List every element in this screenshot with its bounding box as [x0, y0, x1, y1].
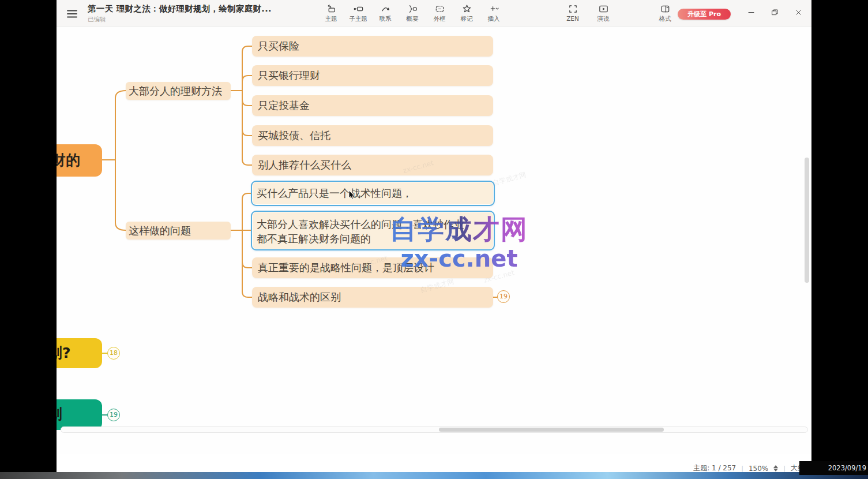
root-topic-node[interactable]: 财的	[57, 144, 102, 177]
relationship-button[interactable]: 联系	[373, 3, 397, 23]
mindmap-canvas[interactable]: 财的 大部分人的理财方法 只买保险 只买银行理财 只定投基金 买城投债、信托 别…	[57, 27, 811, 454]
child-node[interactable]: 买城投债、信托	[252, 125, 493, 146]
insert-button[interactable]: 插入	[482, 3, 506, 23]
child-node[interactable]: 真正重要的是战略性问题，是顶层设计	[252, 257, 493, 278]
play-icon	[598, 3, 609, 14]
zen-button[interactable]: ZEN	[561, 3, 585, 23]
boundary-icon	[434, 3, 445, 14]
app-window: 第一天 理财之法：做好理财规划，绘制家庭财... 已编辑 主题 子主题	[57, 0, 811, 472]
zoom-level[interactable]: 150%	[749, 465, 768, 473]
child-node[interactable]: 别人推荐什么买什么	[252, 155, 493, 175]
secondary-toolbar: ZEN 演说	[561, 3, 615, 23]
branch-node-problems[interactable]: 这样做的问题	[126, 222, 231, 240]
side-topic-node-yellow[interactable]: 划?	[57, 338, 102, 368]
child-node[interactable]: 只定投基金	[252, 95, 493, 116]
subtopic-button[interactable]: 子主题	[346, 3, 370, 23]
marker-icon	[461, 3, 472, 14]
upgrade-pro-button[interactable]: 升级至 Pro	[678, 9, 731, 20]
topic-count-badge[interactable]: 19	[107, 409, 120, 421]
maximize-button[interactable]	[766, 5, 783, 20]
child-node-selected[interactable]: 买什么产品只是一个战术性问题，	[251, 181, 495, 206]
close-icon	[794, 8, 803, 17]
child-node[interactable]: 只买保险	[252, 36, 493, 57]
topic-count-badge[interactable]: 18	[107, 347, 120, 360]
child-node-selected[interactable]: 大部分人喜欢解决买什么的问题，喜欢抄作业 都不真正解决财务问题的	[251, 211, 495, 250]
minimize-button[interactable]	[743, 5, 759, 20]
close-button[interactable]	[790, 5, 806, 20]
vertical-scrollbar[interactable]	[805, 158, 809, 283]
horizontal-scrollbar-thumb[interactable]	[439, 428, 664, 432]
summary-button[interactable]: 概要	[400, 3, 424, 23]
restore-icon	[771, 8, 779, 17]
side-topic-node-green[interactable]: 划	[57, 399, 102, 430]
branch-node-methods[interactable]: 大部分人的理财方法	[126, 82, 231, 100]
boundary-button[interactable]: 外框	[427, 3, 452, 23]
title-bar: 第一天 理财之法：做好理财规划，绘制家庭财... 已编辑 主题 子主题	[57, 0, 811, 27]
horizontal-scrollbar-track[interactable]	[61, 426, 808, 433]
zen-mode-icon	[568, 3, 578, 14]
child-node[interactable]: 只买银行理财	[252, 65, 493, 86]
present-button[interactable]: 演说	[591, 3, 615, 23]
minimize-icon	[747, 8, 756, 17]
edit-status: 已编辑	[88, 16, 272, 24]
summary-icon	[407, 3, 418, 14]
insert-icon	[489, 3, 499, 14]
marker-button[interactable]: 标记	[454, 3, 479, 23]
topic-count-badge[interactable]: 19	[497, 290, 510, 303]
format-panel-icon	[660, 3, 671, 14]
menu-icon[interactable]	[66, 8, 78, 20]
topic-button[interactable]: 主题	[319, 3, 343, 23]
zoom-stepper-icon[interactable]	[773, 465, 778, 471]
video-progress-band	[0, 472, 868, 479]
status-bar: 主题: 1 / 257 | 150% | 大纲	[693, 463, 805, 472]
subtopic-icon	[353, 3, 364, 14]
main-toolbar: 主题 子主题 联系	[319, 3, 506, 23]
topic-counter: 主题: 1 / 257	[693, 463, 736, 472]
topic-icon	[326, 3, 337, 14]
video-timestamp: 2023/09/19 20:41:48	[799, 461, 868, 475]
window-controls	[743, 5, 806, 20]
document-title[interactable]: 第一天 理财之法：做好理财规划，绘制家庭财...	[88, 3, 272, 14]
relationship-icon	[380, 3, 391, 14]
format-button[interactable]: 格式	[653, 3, 677, 23]
child-node[interactable]: 战略和战术的区别	[252, 287, 493, 308]
